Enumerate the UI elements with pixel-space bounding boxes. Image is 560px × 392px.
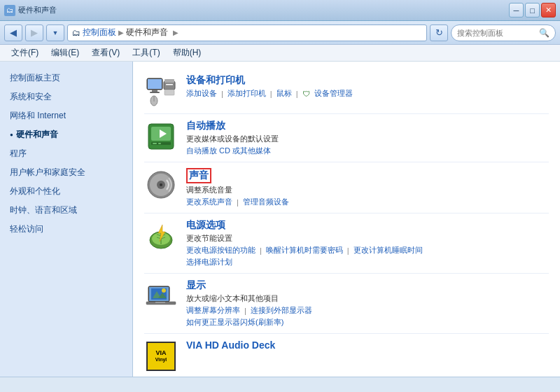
devices-title[interactable]: 设备和打印机	[186, 74, 549, 87]
sidebar-item-hardware[interactable]: 硬件和声音	[0, 125, 132, 144]
sidebar-item-accessibility[interactable]: 轻松访问	[0, 220, 132, 239]
sep1: |	[221, 90, 223, 98]
sidebar-item-network[interactable]: 网络和 Internet	[0, 106, 132, 125]
add-printer-link[interactable]: 添加打印机	[227, 88, 266, 99]
close-button[interactable]: ✕	[541, 3, 556, 18]
sep6: |	[347, 246, 349, 255]
sidebar-item-accounts[interactable]: 用户帐户和家庭安全	[0, 163, 132, 182]
minimize-button[interactable]: ─	[509, 3, 524, 18]
via-content: VIA HD Audio Deck	[186, 340, 549, 352]
svg-rect-15	[158, 143, 161, 144]
sound-desc: 调整系统音量	[186, 185, 549, 195]
sep7: |	[244, 307, 246, 315]
category-row-sound: 声音 调整系统音量 更改系统声音 | 管理音频设备	[144, 162, 549, 214]
autoplay-title[interactable]: 自动播放	[186, 120, 549, 132]
maximize-button[interactable]: □	[525, 3, 540, 18]
device-manager-link[interactable]: 设备管理器	[314, 88, 353, 99]
category-row-power: 电源选项 更改节能设置 更改电源按钮的功能 | 唤醒计算机时需要密码 | 更改计…	[144, 214, 549, 274]
svg-rect-1	[148, 79, 162, 89]
svg-rect-2	[152, 90, 158, 92]
via-logo-sub: Vinyl	[155, 357, 167, 363]
category-row-autoplay: 自动播放 更改媒体或设备的默认设置 自动播放 CD 或其他媒体	[144, 114, 549, 162]
manage-audio-link[interactable]: 管理音频设备	[243, 197, 289, 207]
display-links-row1: 调整屏幕分辨率 | 连接到外部显示器	[186, 305, 549, 316]
mouse-link[interactable]: 鼠标	[276, 88, 292, 99]
sidebar: 控制面板主页 系统和安全 网络和 Internet 硬件和声音 程序 用户帐户和…	[0, 62, 133, 377]
power-desc: 更改节能设置	[186, 233, 549, 244]
refresh-rate-link[interactable]: 如何更正显示器闪烁(刷新率)	[186, 317, 284, 328]
svg-rect-14	[153, 143, 157, 144]
sep5: |	[260, 246, 262, 255]
menu-help[interactable]: 帮助(H)	[167, 46, 207, 60]
sidebar-item-clock[interactable]: 时钟、语言和区域	[0, 201, 132, 220]
breadcrumb-sep-1: ▶	[118, 29, 124, 36]
sep4: |	[237, 198, 239, 206]
svg-rect-35	[155, 302, 165, 303]
devices-links: 添加设备 | 添加打印机 | 鼠标 | 🛡 设备管理器	[186, 88, 549, 99]
devices-icon	[144, 74, 178, 108]
via-logo-vinyl: VIA	[155, 349, 166, 357]
via-logo: VIA Vinyl	[146, 342, 176, 371]
wake-password-link[interactable]: 唤醒计算机时需要密码	[266, 245, 343, 255]
window-icon: 🗂	[4, 5, 15, 16]
screen-res-link[interactable]: 调整屏幕分辨率	[186, 305, 240, 316]
menu-bar: 文件(F) 编辑(E) 查看(V) 工具(T) 帮助(H)	[0, 45, 560, 62]
autoplay-content: 自动播放 更改媒体或设备的默认设置 自动播放 CD 或其他媒体	[186, 120, 549, 156]
add-device-link[interactable]: 添加设备	[186, 88, 217, 99]
display-icon	[144, 279, 178, 313]
sound-title[interactable]: 声音	[186, 168, 211, 183]
display-title[interactable]: 显示	[186, 279, 549, 292]
right-panel: 设备和打印机 添加设备 | 添加打印机 | 鼠标 | 🛡 设备管理器	[133, 62, 560, 377]
forward-button[interactable]: ▶	[25, 24, 43, 41]
breadcrumb-item-1[interactable]: 控制面板	[83, 27, 116, 38]
recent-button[interactable]: ▼	[46, 24, 64, 41]
autoplay-svg	[146, 121, 176, 152]
sound-title-box: 声音	[186, 168, 211, 183]
power-icon	[144, 219, 178, 253]
power-links-row1: 更改电源按钮的功能 | 唤醒计算机时需要密码 | 更改计算机睡眠时间	[186, 245, 549, 255]
svg-point-33	[162, 288, 166, 293]
display-desc: 放大或缩小文本和其他项目	[186, 293, 549, 304]
breadcrumb-bar: 🗂 控制面板 ▶ 硬件和声音 ▶	[67, 24, 427, 41]
power-svg	[146, 220, 176, 251]
category-row-display: 显示 放大或缩小文本和其他项目 调整屏幕分辨率 | 连接到外部显示器 如何更正显…	[144, 274, 549, 334]
menu-view[interactable]: 查看(V)	[86, 46, 125, 60]
menu-file[interactable]: 文件(F)	[6, 46, 44, 60]
search-bar[interactable]: 🔍	[451, 24, 556, 41]
svg-rect-3	[150, 92, 160, 93]
autoplay-desc: 更改媒体或设备的默认设置	[186, 134, 549, 144]
svg-point-19	[160, 183, 162, 186]
power-btn-func-link[interactable]: 更改电源按钮的功能	[186, 245, 255, 255]
refresh-button[interactable]: ↻	[430, 24, 448, 41]
display-content: 显示 放大或缩小文本和其他项目 调整屏幕分辨率 | 连接到外部显示器 如何更正显…	[186, 279, 549, 328]
sleep-time-link[interactable]: 更改计算机睡眠时间	[354, 245, 423, 255]
sound-svg	[146, 169, 176, 200]
autoplay-cd-link[interactable]: 自动播放 CD 或其他媒体	[186, 146, 271, 156]
sidebar-item-appearance[interactable]: 外观和个性化	[0, 182, 132, 201]
power-plan-link[interactable]: 选择电源计划	[186, 257, 232, 267]
category-row-via: VIA Vinyl VIA HD Audio Deck	[144, 334, 549, 377]
menu-tools[interactable]: 工具(T)	[127, 46, 165, 60]
sep2: |	[270, 90, 272, 98]
change-system-sound-link[interactable]: 更改系统声音	[186, 197, 232, 207]
search-input[interactable]	[457, 29, 536, 37]
menu-edit[interactable]: 编辑(E)	[46, 46, 85, 60]
power-content: 电源选项 更改节能设置 更改电源按钮的功能 | 唤醒计算机时需要密码 | 更改计…	[186, 219, 549, 267]
sidebar-item-controlpanel[interactable]: 控制面板主页	[0, 69, 132, 88]
svg-rect-7	[166, 84, 173, 85]
address-bar: ◀ ▶ ▼ 🗂 控制面板 ▶ 硬件和声音 ▶ ↻ 🔍	[0, 21, 560, 45]
devices-content: 设备和打印机 添加设备 | 添加打印机 | 鼠标 | 🛡 设备管理器	[186, 74, 549, 99]
category-row-devices: 设备和打印机 添加设备 | 添加打印机 | 鼠标 | 🛡 设备管理器	[144, 69, 549, 114]
svg-rect-5	[164, 79, 174, 83]
back-button[interactable]: ◀	[4, 24, 22, 41]
breadcrumb-item-2[interactable]: 硬件和声音	[126, 27, 168, 38]
sidebar-item-programs[interactable]: 程序	[0, 144, 132, 163]
autoplay-icon	[144, 120, 178, 153]
shield-icon-devices: 🛡	[302, 90, 310, 98]
external-display-link[interactable]: 连接到外部显示器	[251, 305, 312, 316]
power-title[interactable]: 电源选项	[186, 219, 549, 232]
devices-printer-svg	[146, 76, 176, 106]
via-title[interactable]: VIA HD Audio Deck	[186, 340, 275, 351]
sound-icon	[144, 168, 178, 202]
sidebar-item-system[interactable]: 系统和安全	[0, 88, 132, 106]
